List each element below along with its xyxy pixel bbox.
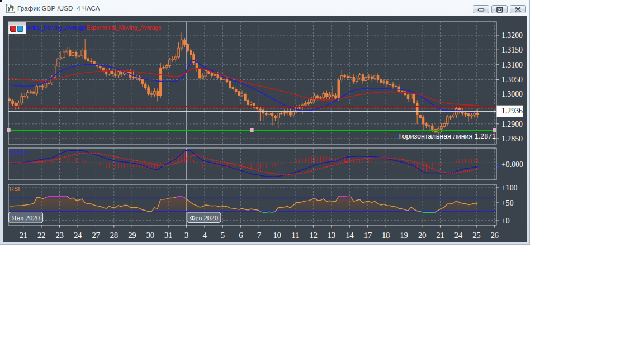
svg-text:6: 6 bbox=[239, 231, 243, 240]
svg-text:+0: +0 bbox=[501, 217, 510, 225]
svg-text:12: 12 bbox=[309, 231, 317, 240]
svg-text:13: 13 bbox=[328, 231, 335, 240]
svg-text:11: 11 bbox=[291, 231, 299, 240]
svg-text:27: 27 bbox=[92, 231, 100, 240]
svg-text:+50: +50 bbox=[501, 199, 514, 207]
svg-text:14: 14 bbox=[345, 231, 354, 240]
svg-text:1.3100: 1.3100 bbox=[501, 61, 523, 69]
svg-text:25: 25 bbox=[472, 231, 480, 240]
svg-text:10: 10 bbox=[273, 231, 281, 240]
svg-text:1.3150: 1.3150 bbox=[501, 46, 523, 54]
svg-text:+100: +100 bbox=[501, 184, 518, 192]
svg-text:1.3050: 1.3050 bbox=[501, 75, 523, 84]
svg-text:17: 17 bbox=[364, 231, 372, 240]
svg-text:23: 23 bbox=[56, 231, 64, 240]
svg-text:20: 20 bbox=[418, 231, 426, 240]
svg-text:7: 7 bbox=[257, 231, 262, 240]
svg-text:4: 4 bbox=[202, 231, 207, 240]
svg-text:28: 28 bbox=[110, 231, 118, 240]
svg-text:30: 30 bbox=[146, 231, 154, 240]
svg-text:21: 21 bbox=[436, 231, 444, 240]
svg-text:+0.000: +0.000 bbox=[501, 160, 523, 169]
svg-text:29: 29 bbox=[128, 231, 136, 240]
svg-text:1.3200: 1.3200 bbox=[501, 31, 523, 40]
svg-text:31: 31 bbox=[164, 231, 172, 240]
svg-text:1.2900: 1.2900 bbox=[501, 120, 523, 128]
svg-text:Янв 2020: Янв 2020 bbox=[12, 214, 40, 222]
svg-text:5: 5 bbox=[221, 231, 225, 240]
svg-text:Горизонтальная линия 1.2871: Горизонтальная линия 1.2871 bbox=[399, 132, 496, 140]
svg-text:1.2850: 1.2850 bbox=[501, 135, 523, 143]
svg-text:24: 24 bbox=[74, 231, 82, 240]
svg-text:21: 21 bbox=[20, 231, 27, 240]
svg-text:1.3000: 1.3000 bbox=[501, 90, 523, 98]
svg-text:19: 19 bbox=[400, 231, 408, 240]
svg-text:RSI: RSI bbox=[10, 185, 20, 192]
svg-text:24: 24 bbox=[454, 231, 463, 240]
svg-text:1.2936: 1.2936 bbox=[501, 107, 523, 115]
svg-text:Фев 2020: Фев 2020 bbox=[190, 214, 218, 222]
svg-text:22: 22 bbox=[37, 231, 45, 240]
svg-text:26: 26 bbox=[491, 231, 499, 240]
svg-text:MACD: MACD bbox=[10, 149, 27, 156]
svg-text:18: 18 bbox=[382, 231, 390, 240]
svg-text:Exponential_Moving_Average: Exponential_Moving_Average bbox=[86, 24, 161, 31]
svg-text:3: 3 bbox=[184, 231, 188, 240]
